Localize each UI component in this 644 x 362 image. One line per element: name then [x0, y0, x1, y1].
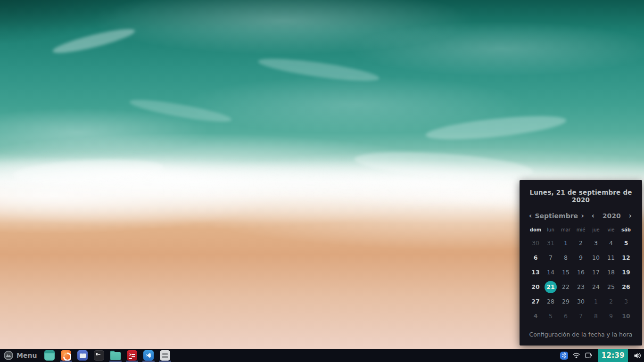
- files-launcher[interactable]: [110, 349, 121, 362]
- calendar-day[interactable]: 4: [603, 236, 619, 250]
- calendar-day[interactable]: 13: [528, 265, 543, 280]
- menu-label: Menu: [17, 352, 37, 359]
- calendar-day[interactable]: 7: [543, 250, 558, 265]
- root-terminal-icon: [127, 350, 137, 361]
- calendar-day[interactable]: 12: [619, 250, 634, 265]
- calendar-day[interactable]: 6: [528, 250, 543, 265]
- calendar-day[interactable]: 3: [588, 236, 603, 250]
- calendar-navigation: ‹ Septiembre › ‹ 2020 ›: [527, 212, 635, 220]
- next-year-button[interactable]: ›: [628, 213, 633, 220]
- calendar-popup: Lunes, 21 de septiembre de 2020 ‹ Septie…: [520, 180, 642, 346]
- datetime-settings-link[interactable]: Configuración de la fecha y la hora: [527, 331, 635, 340]
- day-header: vie: [603, 227, 619, 232]
- wifi-icon: [572, 352, 580, 359]
- prev-year-button[interactable]: ‹: [591, 213, 595, 220]
- calendar-day[interactable]: 1: [558, 236, 573, 250]
- calendar-day-selected[interactable]: 21: [545, 281, 557, 293]
- calendar-day[interactable]: 11: [603, 250, 619, 265]
- firefox-icon: [61, 350, 71, 361]
- calendar-date-title: Lunes, 21 de septiembre de 2020: [527, 189, 635, 204]
- calendar-day[interactable]: 7: [573, 309, 588, 323]
- clock[interactable]: 12:39: [598, 349, 628, 362]
- calendar-day[interactable]: 15: [558, 265, 573, 280]
- volume-button[interactable]: [632, 349, 644, 362]
- calendar-day[interactable]: 9: [603, 309, 619, 323]
- calendar-day[interactable]: 30: [573, 294, 588, 309]
- day-header: mar: [558, 227, 573, 232]
- calendar-day[interactable]: 2: [603, 294, 619, 309]
- mint-logo-icon: [4, 351, 13, 360]
- bluetooth-icon: [560, 352, 568, 360]
- calendar-day[interactable]: 30: [528, 236, 543, 250]
- terminal-launcher[interactable]: [94, 349, 104, 362]
- calendar-day[interactable]: 5: [543, 309, 558, 323]
- calendar-day[interactable]: 1: [588, 294, 603, 309]
- bluetooth-button[interactable]: [560, 349, 568, 362]
- battery-button[interactable]: [585, 349, 593, 362]
- calendar-day[interactable]: 25: [603, 280, 619, 294]
- terminal-icon: [94, 350, 104, 361]
- calendar-day[interactable]: 23: [573, 280, 588, 294]
- day-headers: dom lun mar mié jue vie sáb: [527, 227, 635, 232]
- battery-charging-icon: [585, 352, 593, 359]
- show-desktop-icon: [44, 350, 55, 361]
- day-header: lun: [543, 227, 558, 232]
- calendar-day[interactable]: 16: [573, 265, 588, 280]
- calendar-day[interactable]: 5: [619, 236, 634, 250]
- calendar-day[interactable]: 4: [528, 309, 543, 323]
- menu-button[interactable]: Menu: [0, 349, 41, 362]
- calendar-day[interactable]: 8: [588, 309, 603, 323]
- volume-icon: [634, 352, 642, 359]
- year-label: 2020: [603, 212, 621, 220]
- calendar-day[interactable]: 6: [558, 309, 573, 323]
- calendar-day[interactable]: 20: [528, 280, 543, 294]
- calendar-day[interactable]: 14: [543, 265, 558, 280]
- day-header: mié: [573, 227, 588, 232]
- calendar-day[interactable]: 29: [558, 294, 573, 309]
- calendar-day[interactable]: 10: [588, 250, 603, 265]
- root-terminal-launcher[interactable]: [127, 349, 137, 362]
- calendar-day[interactable]: 22: [558, 280, 573, 294]
- calendar-day[interactable]: 27: [528, 294, 543, 309]
- calendar-day[interactable]: 9: [573, 250, 588, 265]
- calendar-day[interactable]: 26: [619, 280, 634, 294]
- calendar-grid: 3031123456789101112131415161718192021222…: [527, 236, 635, 323]
- mail-launcher[interactable]: [77, 349, 88, 362]
- text-editor-icon: [160, 350, 170, 361]
- mail-icon: [77, 350, 88, 361]
- calendar-day[interactable]: 17: [588, 265, 603, 280]
- firefox-launcher[interactable]: [61, 349, 71, 362]
- next-month-button[interactable]: ›: [580, 213, 585, 220]
- show-desktop-button[interactable]: [44, 349, 55, 362]
- calendar-day[interactable]: 24: [588, 280, 603, 294]
- day-header: sáb: [619, 227, 634, 232]
- calendar-day[interactable]: 31: [543, 236, 558, 250]
- text-editor-launcher[interactable]: [160, 349, 170, 362]
- taskbar: Menu: [0, 349, 644, 362]
- calendar-day[interactable]: 28: [543, 294, 558, 309]
- wifi-button[interactable]: [572, 349, 580, 362]
- launcher-strip: [41, 349, 170, 362]
- calendar-day[interactable]: 8: [558, 250, 573, 265]
- calendar-day[interactable]: 10: [619, 309, 634, 323]
- prev-month-button[interactable]: ‹: [528, 213, 533, 220]
- vscode-launcher[interactable]: [143, 349, 154, 362]
- day-header: jue: [588, 227, 603, 232]
- calendar-day[interactable]: 19: [619, 265, 634, 280]
- vscode-icon: [143, 350, 154, 361]
- day-header: dom: [528, 227, 543, 232]
- month-label: Septiembre: [535, 212, 578, 220]
- calendar-day[interactable]: 2: [573, 236, 588, 250]
- folder-icon: [110, 352, 121, 360]
- calendar-day[interactable]: 18: [603, 265, 619, 280]
- calendar-day[interactable]: 3: [619, 294, 634, 309]
- system-tray: 12:39: [560, 349, 644, 362]
